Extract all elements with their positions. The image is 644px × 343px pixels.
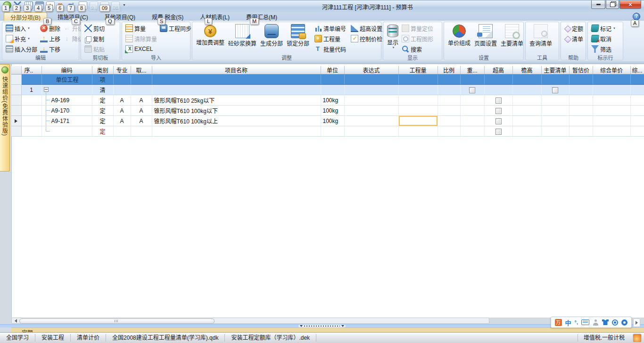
cell[interactable] [593,74,630,85]
cell[interactable] [484,74,512,85]
cell[interactable] [344,95,398,106]
cell[interactable] [152,85,321,95]
col-header-code[interactable]: 编码 [41,66,92,74]
cell-category[interactable]: 定 [92,106,113,116]
cell[interactable] [630,116,644,126]
display-button[interactable]: 显示▼ [385,23,400,49]
cell[interactable] [593,106,630,116]
row-gutter[interactable] [11,95,21,106]
ime-punctuation-toggle[interactable]: °, [575,319,578,325]
cell[interactable] [512,85,541,95]
cell[interactable] [321,126,344,137]
cell[interactable] [593,116,630,126]
cell-super-high[interactable] [484,116,512,126]
cell-duplicate[interactable] [460,85,484,95]
col-header-comp-price[interactable]: 综合单价 [593,66,630,74]
cell-seq[interactable]: 1 [21,85,41,95]
cell[interactable] [630,126,644,137]
cell-name[interactable]: 锥形风帽T610 25kg以下 [152,95,321,106]
cell[interactable] [438,126,460,137]
checkbox-super-high[interactable] [495,129,502,135]
cell-specialty[interactable]: A [113,116,131,126]
qat-button[interactable]: 7 [67,1,78,13]
insert-button[interactable]: 插入▼ [4,23,39,33]
ime-expand-button[interactable] [633,318,640,327]
tab-feiyonghuizong[interactable]: 费用汇总(M) [240,12,283,21]
statusbar-item-install-project[interactable]: 安装工程 [35,334,71,342]
cell[interactable] [460,106,484,116]
col-header-category[interactable]: 类别 [92,66,113,74]
cell-unit[interactable]: 100kg [321,95,344,106]
cell[interactable] [344,106,398,116]
statusbar-item-dek-library[interactable]: 安装工程定额库（学习库）.dek [225,334,316,342]
cell[interactable] [630,85,644,95]
cell-category[interactable]: 定 [92,95,113,106]
keyboard-icon[interactable] [581,319,589,325]
cell[interactable] [152,74,321,85]
lower-pane-tab-strip[interactable]: 定额 [11,327,644,332]
pane-splitter[interactable] [0,324,644,327]
generate-section-button[interactable]: 生成分部 [258,23,285,47]
cell-category[interactable]: 定 [92,116,113,126]
engineering-qty-button[interactable]: 工程量 [313,33,347,44]
cell-specialty[interactable]: A [113,106,131,116]
gear-icon[interactable] [621,319,627,326]
close-button[interactable]: × [619,0,641,9]
row-gutter-current[interactable] [11,116,21,126]
mark-button[interactable]: 标记▼ [590,23,617,33]
cell[interactable] [113,85,131,95]
scroll-left-button[interactable] [13,319,18,322]
cell[interactable] [398,106,438,116]
cell[interactable] [344,116,398,126]
move-up-button[interactable]: 上移 [39,33,62,44]
col-header-eave-height[interactable]: 檐高 [512,66,541,74]
cell-seq[interactable] [21,106,41,116]
horizontal-scrollbar[interactable] [11,318,489,324]
cell[interactable] [569,95,593,106]
cell-code[interactable]: A9-171 [41,116,92,126]
insert-section-button[interactable]: 插入分部 [4,44,39,54]
cell[interactable] [512,126,541,137]
cell-quantity-selected[interactable] [398,116,438,126]
cell[interactable] [344,74,398,85]
list-help-button[interactable]: 清单 [563,33,585,44]
cell-code[interactable]: 单位工程 [41,74,92,85]
row-gutter[interactable] [11,106,21,116]
col-header-quantity[interactable]: 工程量 [398,66,438,74]
cell[interactable] [593,85,630,95]
cell[interactable] [438,85,460,95]
cell[interactable] [344,126,398,137]
tab-guifeishuijin[interactable]: 规费.税金(S) [146,12,190,21]
checkbox-super-high[interactable] [495,98,502,104]
checkbox-duplicate[interactable] [469,87,475,93]
cell-unit[interactable]: 100kg [321,116,344,126]
statusbar-item-qdk-library[interactable]: 全国2008建设工程工程量清单(学习库).qdk [106,334,225,342]
copy-button[interactable]: 复制 [83,33,106,44]
cell[interactable] [460,116,484,126]
cell-code[interactable]: A9-170 [41,106,92,116]
cell[interactable] [569,74,593,85]
list-number-button[interactable]: 清单编号 [313,23,347,33]
col-header-ratio[interactable]: 比例 [438,66,460,74]
col-header-fee[interactable]: 取... [131,66,152,74]
cell[interactable] [438,74,460,85]
cell[interactable] [398,85,438,95]
cell[interactable] [541,106,569,116]
cell[interactable] [484,85,512,95]
cell[interactable] [113,126,131,137]
col-header-main-list[interactable]: 主要清单 [541,66,569,74]
cell[interactable] [512,116,541,126]
cell-unit[interactable]: 100kg [321,106,344,116]
statusbar-item-list-pricing[interactable]: 清单计价 [71,334,106,342]
page-setup-button[interactable]: 页面设置 [472,23,499,47]
cell[interactable] [593,126,630,137]
checkbox-main-list[interactable] [552,87,558,93]
cell[interactable] [630,74,644,85]
cell-specialty[interactable]: A [113,95,131,106]
cell-name[interactable]: 锥形风帽T610 100kg以下 [152,106,321,116]
qat-button[interactable]: 6 [56,1,67,13]
cell[interactable] [630,106,644,116]
cell[interactable] [569,106,593,116]
col-header-unit[interactable]: 单位 [321,66,344,74]
cell[interactable] [569,126,593,137]
